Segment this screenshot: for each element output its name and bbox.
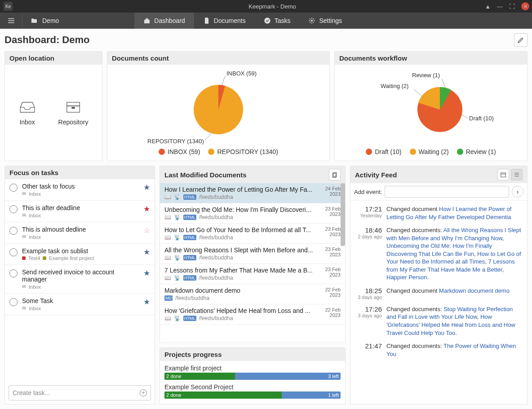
tab-label: Tasks xyxy=(275,17,291,24)
doc-date: 23 Feb2023 xyxy=(319,267,341,281)
titlebar: Ke Keepmark - Demo ▲ — ⛶ ✕ xyxy=(0,0,532,13)
project-left: 3 left xyxy=(235,373,341,380)
doc-path: 📖📡HTML /feeds/buddha xyxy=(164,194,319,200)
copy-button[interactable] xyxy=(329,169,341,180)
doc-title: How 'Griefcations' Helped Me Heal from L… xyxy=(164,307,319,314)
task-checkbox[interactable] xyxy=(9,205,18,213)
doc-date: 23 Feb2023 xyxy=(319,206,341,220)
feed-message: Changed documents: All the Wrong Reasons… xyxy=(386,226,523,281)
star-icon[interactable]: ★ xyxy=(143,297,150,307)
topbar: Demo Dashboard Documents Tasks Settings xyxy=(0,13,532,29)
task-checkbox[interactable] xyxy=(9,227,18,235)
task-row[interactable]: Send received invoice to account manager… xyxy=(5,265,155,294)
task-row[interactable]: Example task on sublistTest4Example firs… xyxy=(5,244,155,265)
project-row: Example first project2 done3 left xyxy=(160,363,345,382)
feed-link[interactable]: The Power of Waiting When You xyxy=(386,343,516,357)
doc-date: 22 Feb2023 xyxy=(319,287,341,301)
loc-label: Inbox xyxy=(19,119,36,126)
document-row[interactable]: All the Wrong Reasons I Slept with Men B… xyxy=(160,244,345,264)
tab-dashboard[interactable]: Dashboard xyxy=(134,13,194,29)
task-sub: ✉Inbox xyxy=(22,234,139,240)
feed-link[interactable]: Markdown document demo xyxy=(439,287,510,294)
tab-settings[interactable]: Settings xyxy=(299,13,351,29)
svg-rect-19 xyxy=(501,173,506,177)
feed-link[interactable]: Stop Waiting for Perfection and Fall in … xyxy=(386,306,513,321)
doc-title: All the Wrong Reasons I Slept with Men B… xyxy=(164,246,319,254)
document-row[interactable]: How I Learned the Power of Letting Go Af… xyxy=(160,183,345,203)
create-task-input[interactable]: Create task... + xyxy=(9,385,151,400)
task-checkbox[interactable] xyxy=(9,184,18,192)
minimize-icon[interactable]: — xyxy=(497,3,503,10)
feed-time: 17:263 days ago xyxy=(355,305,382,337)
svg-line-13 xyxy=(442,79,445,88)
document-row[interactable]: How 'Griefcations' Helped Me Heal from L… xyxy=(160,304,345,325)
edit-dashboard-button[interactable] xyxy=(514,33,528,47)
create-task-placeholder: Create task... xyxy=(13,389,50,396)
task-row[interactable]: Some Task✉Inbox★ xyxy=(5,294,155,315)
home-icon xyxy=(143,17,151,24)
open-repository[interactable]: Repository xyxy=(58,100,89,126)
star-icon[interactable]: ★ xyxy=(143,247,150,257)
add-event-submit[interactable]: › xyxy=(512,186,523,198)
gear-icon xyxy=(308,17,315,24)
focus-tasks-panel: Focus on tasks Other task to focus✉Inbox… xyxy=(4,166,155,405)
list-icon xyxy=(514,172,520,178)
maximize-icon[interactable]: ⛶ xyxy=(509,3,515,10)
doc-date: 22 Feb2023 xyxy=(319,307,341,321)
task-sub: ✉Inbox xyxy=(22,212,139,218)
document-row[interactable]: Unbecoming the Old Me: How I'm Finally D… xyxy=(160,203,345,224)
eject-icon[interactable]: ▲ xyxy=(485,3,491,10)
task-checkbox[interactable] xyxy=(9,269,18,277)
breadcrumb[interactable]: Demo xyxy=(22,17,67,24)
task-sub: ✉Inbox xyxy=(22,191,139,197)
task-checkbox[interactable] xyxy=(9,248,18,256)
doc-title: How I Learned the Power of Letting Go Af… xyxy=(164,186,319,193)
document-row[interactable]: How to Let Go of Your Need to Be Informe… xyxy=(160,224,345,244)
feed-link[interactable]: Unbecoming the Old Me: How I'm Finally D… xyxy=(386,242,492,257)
panel-header: Focus on tasks xyxy=(5,166,155,179)
feed-link[interactable]: How I Learned the Power of Letting Go Af… xyxy=(386,206,511,220)
task-title: Some Task xyxy=(22,297,139,304)
list-view-button[interactable] xyxy=(511,169,523,180)
feed-message: Changed document How I Learned the Power… xyxy=(386,205,523,221)
scrollbar[interactable] xyxy=(341,183,345,246)
doc-date: 23 Feb2023 xyxy=(319,246,341,261)
panel-header: Last Modified Documents xyxy=(164,171,247,179)
feed-link[interactable]: All the Wrong Reasons I Slept with Men B… xyxy=(386,227,521,242)
tab-tasks[interactable]: Tasks xyxy=(255,13,300,29)
star-icon[interactable]: ★ xyxy=(143,183,150,192)
task-title: Other task to focus xyxy=(22,183,139,190)
feed-item: 17:21YesterdayChanged document How I Lea… xyxy=(353,202,524,224)
star-icon[interactable]: ★ xyxy=(143,268,150,278)
star-icon[interactable]: ★ xyxy=(143,204,150,214)
document-row[interactable]: 7 Lessons from My Father That Have Made … xyxy=(160,264,345,284)
add-event-input[interactable] xyxy=(385,186,509,198)
legend-inbox: INBOX (59) xyxy=(159,148,200,155)
open-inbox[interactable]: Inbox xyxy=(19,100,36,126)
close-icon[interactable]: ✕ xyxy=(521,2,529,10)
star-icon[interactable]: ☆ xyxy=(143,226,150,235)
task-row[interactable]: Other task to focus✉Inbox★ xyxy=(5,179,155,201)
task-row[interactable]: This is almoust dedline✉Inbox☆ xyxy=(5,222,155,244)
activity-feed-panel: Activity Feed Add event: › 17:21Yesterda… xyxy=(350,166,528,405)
task-checkbox[interactable] xyxy=(9,298,18,306)
task-sub: ✉Inbox xyxy=(22,284,139,290)
doc-path: 📖📡HTML /feeds/buddha xyxy=(164,315,319,321)
doc-path: 📖📡HTML /feeds/buddha xyxy=(164,234,319,241)
feed-time: 18:253 days ago xyxy=(355,287,382,300)
feed-message: Changed documents: The Power of Waiting … xyxy=(386,342,523,358)
task-title: Example task on sublist xyxy=(22,247,139,255)
svg-text:REPOSITORY (1340): REPOSITORY (1340) xyxy=(147,138,204,145)
svg-rect-3 xyxy=(67,106,80,112)
document-row[interactable]: Markdown document demoMD /feeds/buddha22… xyxy=(160,284,345,304)
documents-workflow-panel: Documents workflow Waiting (2) Review (1… xyxy=(334,51,528,161)
feed-item: 18:462 days agoChanged documents: All th… xyxy=(353,224,524,284)
calendar-view-button[interactable] xyxy=(497,169,509,180)
task-row[interactable]: This is after deadline✉Inbox★ xyxy=(5,201,155,222)
svg-point-0 xyxy=(264,18,270,23)
tab-documents[interactable]: Documents xyxy=(194,13,255,29)
document-icon xyxy=(203,17,210,24)
menu-button[interactable] xyxy=(0,13,22,29)
task-sub: ✉Inbox xyxy=(22,305,139,311)
tab-label: Documents xyxy=(214,17,246,24)
